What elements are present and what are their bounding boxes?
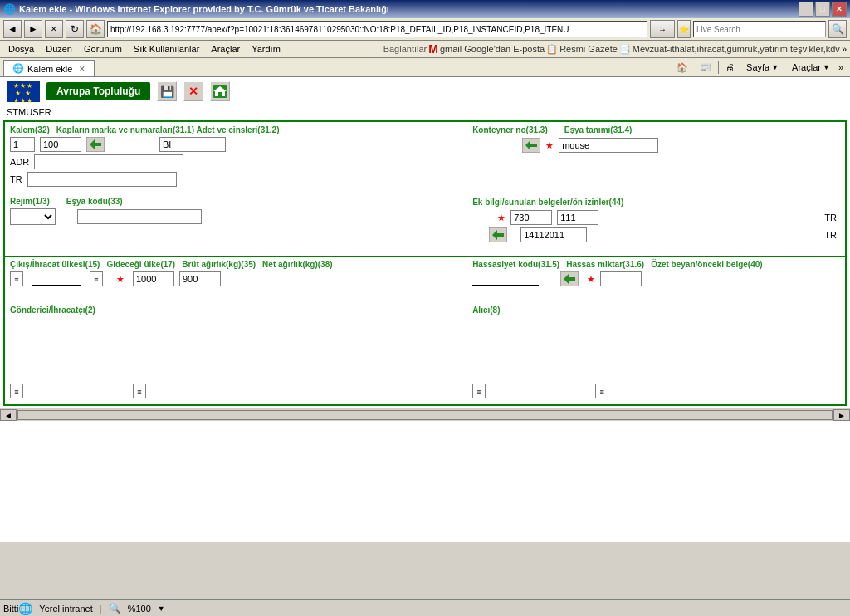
bookmark-mevzuat[interactable]: 📑 Mevzuat-ithalat,ihracat,gümrük,yatırım… [619, 44, 840, 55]
cikis-input[interactable] [32, 272, 81, 286]
ozet-beyan-label: Özet beyan/önceki belge(40) [651, 260, 763, 269]
eu-flag: ★★★ ★ ★ ★★★ [7, 81, 40, 102]
zoom-dropdown-icon[interactable]: ▼ [158, 604, 165, 613]
adr-input[interactable] [34, 154, 183, 169]
tab-favicon: 🌐 [12, 63, 24, 74]
chevron-right-icon: » [842, 44, 847, 54]
ek-value2-input[interactable] [557, 210, 598, 225]
konteyner-label: Konteyner no(31.3) [472, 125, 548, 134]
hassasiyet-label: Hassasiyet kodu(31.5) [472, 260, 559, 269]
ek-bilgi-label: Ek bilgi/sunulan belgeler/ön izinler(44) [472, 198, 623, 207]
address-input[interactable] [107, 21, 647, 37]
page-dropdown-icon: ▼ [771, 63, 779, 71]
tr-input[interactable] [27, 172, 177, 187]
bookmark-gmail[interactable]: M gmail Google'dan E-posta [428, 42, 545, 56]
kalem-count-input[interactable] [40, 137, 81, 152]
menu-sik-kullanilanlar[interactable]: Sık Kullanılanlar [129, 42, 205, 56]
gonderici-doc-row: ≡ ≡ [10, 384, 462, 398]
hassas-miktar-input[interactable] [600, 271, 642, 286]
home-button[interactable]: 🏠 [86, 20, 105, 38]
esya-tanimi-label: Eşya tanımı(31.4) [564, 125, 633, 134]
status-bar: Bitti 🌐 Yerel intranet | 🔍 %100 ▼ [0, 599, 850, 616]
refresh-button[interactable]: ↻ [66, 20, 84, 38]
status-text: Bitti [3, 604, 18, 614]
home-app-icon [212, 84, 227, 99]
zoom-icon: 🔍 [109, 603, 121, 614]
save-button[interactable]: 💾 [157, 81, 177, 101]
go-button[interactable]: → [650, 20, 675, 38]
print-button[interactable]: 🖨 [722, 61, 738, 74]
alici-label: Alıcı(8) [472, 306, 500, 315]
menu-araclar[interactable]: Araçlar [206, 42, 245, 56]
net-input[interactable] [179, 271, 221, 286]
avrupa-toplulugu-button[interactable]: Avrupa Topluluğu [46, 82, 150, 100]
esya-arrow-button[interactable] [522, 138, 540, 153]
hassasiyet-input[interactable] [472, 272, 539, 286]
intranet-label: Yerel intranet [39, 604, 92, 614]
esya-tanimi-input[interactable]: mouse [559, 138, 658, 153]
search-input[interactable] [693, 21, 826, 37]
add-to-favorites-button[interactable]: ⭐ [677, 20, 691, 38]
page-button[interactable]: Sayfa ▼ [741, 61, 784, 74]
search-button[interactable]: 🔍 [828, 20, 847, 38]
stmuser-text: STMUSER [7, 107, 51, 117]
tab-label: Kalem ekle [27, 64, 72, 74]
esya-kodu-label: Eşya kodu(33) [66, 197, 123, 206]
tab-close-icon[interactable]: ✕ [79, 65, 85, 73]
back-button[interactable]: ◄ [3, 20, 22, 38]
menu-yardim[interactable]: Yardım [247, 42, 286, 56]
gonderici-doc-icon1[interactable]: ≡ [10, 384, 23, 398]
tools-button[interactable]: Araçlar ▼ [787, 61, 835, 74]
separator-icon: | [100, 604, 102, 614]
menu-dosya[interactable]: Dosya [3, 42, 39, 56]
ek-value1-input[interactable] [510, 210, 552, 225]
required-star-hassas: ★ [587, 274, 595, 285]
cikis-doc-icon[interactable]: ≡ [10, 271, 23, 286]
minimize-button[interactable]: _ [799, 2, 813, 17]
feed-button[interactable]: 📰 [696, 61, 715, 75]
ek-bilgi-arrow-button[interactable] [489, 227, 507, 242]
globe-icon: 🌐 [18, 602, 32, 615]
home-toolbar-button[interactable]: 🏠 [672, 61, 693, 75]
cancel-button[interactable]: ✕ [183, 81, 203, 101]
ek-bilgi-row2: TR [472, 227, 840, 242]
kalem-arrow-button[interactable] [86, 137, 105, 152]
links-label: Bağlantılar [383, 44, 427, 54]
kalem-label: Kalem(32) [10, 125, 50, 134]
required-star-brut: ★ [116, 274, 125, 285]
ek-date-input[interactable] [520, 227, 587, 242]
tools-dropdown-icon: ▼ [823, 63, 830, 71]
alici-doc-icon1[interactable]: ≡ [472, 384, 486, 398]
home-app-button[interactable] [210, 81, 230, 101]
ek-bilgi-row1: ★ TR [472, 210, 840, 225]
gonderici-label: Gönderici/İhracatçı(2) [10, 306, 95, 315]
gidecegi-doc-icon[interactable]: ≡ [90, 271, 103, 286]
bi-input[interactable] [159, 137, 226, 152]
rejim-select[interactable] [10, 208, 56, 225]
hassas-arrow-button[interactable] [560, 271, 579, 286]
stop-button[interactable]: ✕ [45, 20, 63, 38]
window-controls: _ □ ✕ [799, 2, 847, 17]
kalem-input[interactable] [10, 137, 35, 152]
title-bar: 🌐 Kalem ekle - Windows Internet Explorer… [0, 0, 850, 18]
svg-rect-2 [218, 92, 222, 96]
bookmark-gazete[interactable]: 📋 Resmi Gazete [546, 44, 618, 55]
adr-label: ADR [10, 157, 29, 167]
horizontal-scrollbar[interactable]: ◄ ► [0, 408, 850, 421]
app-header: ★★★ ★ ★ ★★★ Avrupa Topluluğu 💾 ✕ [0, 77, 850, 105]
alici-doc-icon2[interactable]: ≡ [595, 384, 608, 398]
required-star-esya: ★ [545, 140, 554, 151]
maximize-button[interactable]: □ [815, 2, 830, 17]
menu-duzen[interactable]: Düzen [41, 42, 77, 56]
tab-kalem-ekle[interactable]: 🌐 Kalem ekle ✕ [3, 60, 95, 76]
gonderici-doc-icon2[interactable]: ≡ [133, 384, 146, 398]
kaplar-label: Kapların marka ve numaraları(31.1) Adet … [56, 125, 280, 134]
forward-button[interactable]: ► [24, 20, 42, 38]
close-button[interactable]: ✕ [832, 2, 847, 17]
brut-input[interactable] [133, 271, 174, 286]
menu-gorunum[interactable]: Görünüm [79, 42, 127, 56]
esya-kodu-input[interactable] [77, 209, 202, 224]
required-star-ek: ★ [497, 213, 506, 223]
weights-row: ≡ ≡ ★ [10, 271, 462, 286]
rejim-row [10, 208, 462, 225]
